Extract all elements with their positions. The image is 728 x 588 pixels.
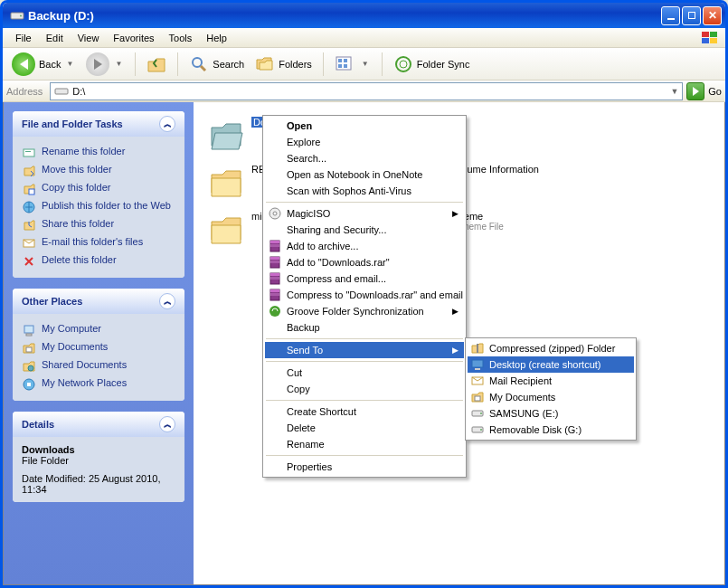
menu-item[interactable]: Scan with Sophos Anti-Virus (265, 183, 464, 199)
menu-label: Cut (287, 367, 302, 378)
sendto-item[interactable]: My Documents (468, 389, 634, 405)
details-type: File Folder (22, 455, 175, 466)
menu-file[interactable]: File (8, 31, 39, 45)
menu-view[interactable]: View (71, 31, 107, 45)
views-dropdown-icon[interactable]: ▼ (360, 60, 371, 68)
tasks-title: File and Folder Tasks (22, 119, 123, 129)
task-item[interactable]: E-mail this folder's files (22, 234, 175, 252)
submenu-arrow-icon: ▶ (452, 307, 459, 316)
place-label: My Documents (42, 341, 108, 352)
titlebar[interactable]: Backup (D:) ✕ (3, 3, 725, 28)
back-dropdown-icon[interactable]: ▼ (64, 60, 75, 68)
svg-rect-46 (472, 360, 483, 367)
place-item[interactable]: Shared Documents (22, 357, 175, 375)
toolbar: Back ▼ ▼ Search Folders ▼ Folder Sync (3, 48, 725, 81)
address-dropdown-icon[interactable]: ▼ (670, 87, 678, 96)
task-item[interactable]: Delete this folder (22, 252, 175, 270)
menu-favorites[interactable]: Favorites (106, 31, 161, 45)
menu-item[interactable]: Sharing and Security... (265, 222, 464, 238)
sendto-item[interactable]: Desktop (create shortcut) (468, 356, 634, 373)
place-icon (22, 323, 36, 337)
sendto-submenu: Compressed (zipped) FolderDesktop (creat… (465, 337, 637, 441)
collapse-icon[interactable]: ︽ (159, 416, 175, 432)
svg-rect-45 (477, 344, 478, 353)
place-item[interactable]: My Network Places (22, 375, 175, 394)
sendto-label: Compressed (zipped) Folder (489, 343, 615, 354)
menu-help[interactable]: Help (199, 31, 234, 45)
up-button[interactable] (143, 52, 170, 76)
task-label: Share this folder (42, 218, 114, 229)
task-icon (22, 218, 36, 232)
menu-label: Explore (287, 137, 320, 147)
task-label: Publish this folder to the Web (42, 200, 171, 211)
details-panel: Details ︽ Downloads File Folder Date Mod… (13, 412, 184, 502)
rar-icon (268, 288, 282, 302)
task-item[interactable]: Rename this folder (22, 144, 175, 162)
task-item[interactable]: Publish this folder to the Web (22, 198, 175, 216)
tasks-header[interactable]: File and Folder Tasks ︽ (13, 111, 184, 137)
views-button[interactable]: ▼ (331, 53, 374, 75)
minimize-button[interactable] (661, 6, 680, 25)
task-label: E-mail this folder's files (42, 236, 143, 247)
menu-item[interactable]: Rename (265, 436, 464, 452)
menu-item[interactable]: MagicISO▶ (265, 205, 464, 222)
search-button[interactable]: Search (185, 52, 248, 76)
svg-point-31 (273, 212, 277, 215)
menu-item[interactable]: Send To▶ (265, 342, 464, 358)
menu-item[interactable]: Backup (265, 319, 464, 336)
sendto-item[interactable]: SAMSUNG (E:) (468, 405, 634, 422)
task-item[interactable]: Move this folder (22, 162, 175, 180)
svg-rect-43 (270, 293, 279, 296)
forward-button[interactable]: ▼ (82, 51, 128, 78)
menu-item[interactable]: Copy (265, 381, 464, 397)
close-button[interactable]: ✕ (703, 6, 722, 25)
maximize-button[interactable] (682, 6, 701, 25)
places-header[interactable]: Other Places ︽ (13, 289, 184, 314)
menu-item[interactable]: Create Shortcut (265, 403, 464, 420)
menu-item[interactable]: Add to "Downloads.rar" (265, 254, 464, 270)
sendto-item[interactable]: Removable Disk (G:) (468, 422, 634, 438)
mail-icon (470, 374, 485, 388)
foldersync-icon (393, 54, 413, 74)
folders-label: Folders (279, 59, 312, 70)
menu-item[interactable]: Search... (265, 150, 464, 166)
rar-icon (268, 255, 282, 270)
svg-rect-2 (702, 32, 709, 37)
foldersync-button[interactable]: Folder Sync (390, 52, 474, 76)
rar-icon (268, 239, 282, 253)
collapse-icon[interactable]: ︽ (159, 116, 175, 132)
place-label: Shared Documents (42, 359, 127, 370)
menu-item[interactable]: Compress to "Downloads.rar" and email (265, 287, 464, 303)
sendto-item[interactable]: Mail Recipient (468, 373, 634, 389)
place-item[interactable]: My Computer (22, 321, 175, 339)
details-header[interactable]: Details ︽ (13, 412, 184, 437)
collapse-icon[interactable]: ︽ (159, 293, 175, 309)
place-item[interactable]: My Documents (22, 339, 175, 357)
sendto-item[interactable]: Compressed (zipped) Folder (468, 340, 634, 356)
menu-item[interactable]: Compress and email... (265, 270, 464, 287)
menu-edit[interactable]: Edit (39, 31, 71, 45)
menu-item[interactable]: Cut (265, 365, 464, 381)
menubar: File Edit View Favorites Tools Help (3, 28, 725, 48)
task-item[interactable]: Copy this folder (22, 180, 175, 198)
address-input[interactable]: D:\ ▼ (50, 82, 683, 100)
search-label: Search (213, 59, 244, 70)
files-pane[interactable]: DownloadswsRECn Volume Informationmicrle… (194, 102, 724, 584)
menu-item[interactable]: Add to archive... (265, 238, 464, 254)
go-button[interactable] (686, 82, 704, 100)
menu-item[interactable]: Open (265, 118, 464, 134)
folders-button[interactable]: Folders (251, 52, 316, 76)
menu-item[interactable]: Properties (265, 459, 464, 475)
menu-item[interactable]: Groove Folder Synchronization▶ (265, 303, 464, 319)
menu-tools[interactable]: Tools (162, 31, 200, 45)
svg-rect-20 (24, 326, 33, 333)
forward-dropdown-icon[interactable]: ▼ (113, 60, 124, 68)
menu-label: Scan with Sophos Anti-Virus (287, 185, 411, 196)
menu-item[interactable]: Explore (265, 134, 464, 150)
windows-flag-icon (700, 30, 720, 46)
menu-item[interactable]: Open as Notebook in OneNote (265, 166, 464, 183)
menu-item[interactable]: Delete (265, 420, 464, 436)
task-item[interactable]: Share this folder (22, 216, 175, 234)
menu-label: Sharing and Security... (287, 224, 386, 235)
back-button[interactable]: Back ▼ (8, 51, 79, 78)
